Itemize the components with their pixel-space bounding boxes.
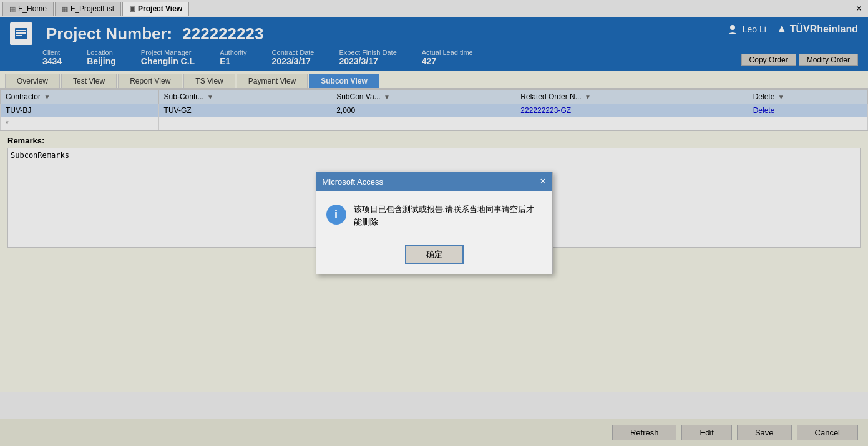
- modal-dialog: Microsoft Access × i 该项目已包含测试或报告,请联系当地同事…: [316, 172, 553, 274]
- modal-footer: 确定: [316, 240, 552, 274]
- modal-message: 该项目已包含测试或报告,请联系当地同事请空后才能删除: [354, 203, 542, 228]
- modal-overlay: Microsoft Access × i 该项目已包含测试或报告,请联系当地同事…: [0, 0, 868, 446]
- info-icon: i: [326, 205, 346, 225]
- modal-close-button[interactable]: ×: [540, 176, 545, 187]
- modal-body: i 该项目已包含测试或报告,请联系当地同事请空后才能删除: [316, 191, 552, 240]
- modal-ok-button[interactable]: 确定: [405, 245, 464, 264]
- modal-title: Microsoft Access: [323, 177, 384, 187]
- modal-titlebar: Microsoft Access ×: [316, 172, 552, 191]
